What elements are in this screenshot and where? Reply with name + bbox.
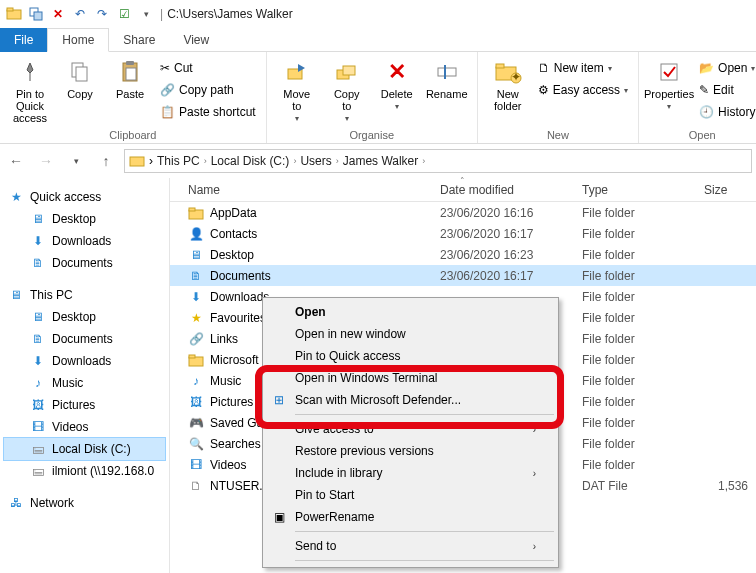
file-icon: 🗎 <box>188 268 204 284</box>
file-type: File folder <box>574 290 696 304</box>
col-size[interactable]: Size <box>696 183 756 197</box>
col-date[interactable]: Date modified <box>432 183 574 197</box>
nav-pc-desktop[interactable]: 🖥Desktop <box>4 306 165 328</box>
paste-shortcut-button[interactable]: 📋Paste shortcut <box>156 102 260 122</box>
ctx-open[interactable]: Open <box>265 301 556 323</box>
cut-button[interactable]: ✂Cut <box>156 58 260 78</box>
breadcrumb[interactable]: › This PC› Local Disk (C:)› Users› James… <box>124 149 752 173</box>
copy-to-button[interactable]: Copy to▾ <box>323 54 371 129</box>
chevron-right-icon: › <box>533 424 536 435</box>
pin-icon <box>14 58 46 86</box>
ctx-scan-defender[interactable]: ⊞Scan with Microsoft Defender... <box>265 389 556 411</box>
qat-dropdown-icon[interactable]: ▾ <box>136 4 156 24</box>
qat-folder-icon[interactable] <box>4 4 24 24</box>
file-date: 23/06/2020 16:16 <box>432 206 574 220</box>
nav-this-pc[interactable]: 🖥This PC <box>4 284 165 306</box>
ctx-send-to[interactable]: Send to› <box>265 535 556 557</box>
pin-quick-access-button[interactable]: Pin to Quick access <box>6 54 54 129</box>
crumb-local-disk[interactable]: Local Disk (C:)› <box>211 154 297 168</box>
properties-button[interactable]: Properties▾ <box>645 54 693 129</box>
new-folder-icon: ✦ <box>492 58 524 86</box>
file-date: 23/06/2020 16:17 <box>432 269 574 283</box>
table-row[interactable]: 🖥Desktop23/06/2020 16:23File folder <box>170 244 756 265</box>
tab-home[interactable]: Home <box>47 28 109 52</box>
nav-pc-videos[interactable]: 🎞Videos <box>4 416 165 438</box>
chevron-right-icon[interactable]: › <box>149 154 153 168</box>
group-organise-label: Organise <box>273 129 471 143</box>
qat-select-icon[interactable] <box>26 4 46 24</box>
file-icon: 🖼 <box>188 394 204 410</box>
drive-icon: 🖴 <box>30 441 46 457</box>
qat-delete-icon[interactable]: ✕ <box>48 4 68 24</box>
nav-pc-netdrive[interactable]: 🖴ilmiont (\\192.168.0 <box>4 460 165 482</box>
nav-pc-local-disk[interactable]: 🖴Local Disk (C:) <box>4 438 165 460</box>
ctx-restore-versions[interactable]: Restore previous versions <box>265 440 556 462</box>
table-row[interactable]: 🗎Documents23/06/2020 16:17File folder <box>170 265 756 286</box>
tab-view[interactable]: View <box>169 28 223 52</box>
ctx-pin-quick-access[interactable]: Pin to Quick access <box>265 345 556 367</box>
ctx-give-access[interactable]: Give access to› <box>265 418 556 440</box>
crumb-user[interactable]: James Walker› <box>343 154 426 168</box>
file-name: Contacts <box>210 227 257 241</box>
ctx-open-windows-terminal[interactable]: Open in Windows Terminal <box>265 367 556 389</box>
crumb-users[interactable]: Users› <box>300 154 338 168</box>
sort-indicator-icon: ˄ <box>460 176 465 186</box>
file-type: DAT File <box>574 479 696 493</box>
table-row[interactable]: 👤Contacts23/06/2020 16:17File folder <box>170 223 756 244</box>
nav-pc-pictures[interactable]: 🖼Pictures <box>4 394 165 416</box>
easy-access-button[interactable]: ⚙Easy access ▾ <box>534 80 632 100</box>
new-folder-button[interactable]: ✦ New folder <box>484 54 532 129</box>
svg-rect-7 <box>126 61 134 65</box>
open-icon: 📂 <box>699 61 714 75</box>
paste-button[interactable]: Paste <box>106 54 154 129</box>
recent-dropdown[interactable]: ▾ <box>64 149 88 173</box>
open-button[interactable]: 📂Open ▾ <box>695 58 756 78</box>
file-date: 23/06/2020 16:23 <box>432 248 574 262</box>
powerrename-icon: ▣ <box>271 510 287 524</box>
file-name: Videos <box>210 458 246 472</box>
nav-quick-access[interactable]: ★Quick access <box>4 186 165 208</box>
nav-qa-downloads[interactable]: ⬇Downloads <box>4 230 165 252</box>
move-to-button[interactable]: Move to▾ <box>273 54 321 129</box>
file-name: Pictures <box>210 395 253 409</box>
file-name: Downloads <box>210 290 269 304</box>
svg-rect-12 <box>438 68 456 76</box>
file-icon: 🎞 <box>188 457 204 473</box>
col-type[interactable]: Type <box>574 183 696 197</box>
col-name[interactable]: Name <box>170 183 432 197</box>
edit-button[interactable]: ✎Edit <box>695 80 756 100</box>
nav-pc-documents[interactable]: 🗎Documents <box>4 328 165 350</box>
group-new-label: New <box>484 129 632 143</box>
history-button[interactable]: 🕘History <box>695 102 756 122</box>
svg-text:✦: ✦ <box>511 70 521 84</box>
nav-pc-downloads[interactable]: ⬇Downloads <box>4 350 165 372</box>
delete-button[interactable]: ✕ Delete▾ <box>373 54 421 129</box>
qat-properties-icon[interactable]: ☑ <box>114 4 134 24</box>
ctx-open-new-window[interactable]: Open in new window <box>265 323 556 345</box>
copy-button[interactable]: Copy <box>56 54 104 129</box>
nav-pc-music[interactable]: ♪Music <box>4 372 165 394</box>
up-button[interactable]: ↑ <box>94 149 118 173</box>
download-icon: ⬇ <box>30 233 46 249</box>
ctx-pin-start[interactable]: Pin to Start <box>265 484 556 506</box>
tab-file[interactable]: File <box>0 28 47 52</box>
tab-share[interactable]: Share <box>109 28 169 52</box>
table-row[interactable]: AppData23/06/2020 16:16File folder <box>170 202 756 223</box>
ctx-powerrename[interactable]: ▣PowerRename <box>265 506 556 528</box>
nav-network[interactable]: 🖧Network <box>4 492 165 514</box>
qat-redo-icon[interactable]: ↷ <box>92 4 112 24</box>
easy-access-icon: ⚙ <box>538 83 549 97</box>
file-icon: 🎮 <box>188 415 204 431</box>
ctx-include-library[interactable]: Include in library› <box>265 462 556 484</box>
nav-qa-desktop[interactable]: 🖥Desktop <box>4 208 165 230</box>
file-name: Desktop <box>210 248 254 262</box>
shield-icon: ⊞ <box>271 393 287 407</box>
qat-undo-icon[interactable]: ↶ <box>70 4 90 24</box>
new-item-button[interactable]: 🗋New item ▾ <box>534 58 632 78</box>
forward-button[interactable]: → <box>34 149 58 173</box>
rename-button[interactable]: Rename <box>423 54 471 129</box>
copy-path-button[interactable]: 🔗Copy path <box>156 80 260 100</box>
crumb-this-pc[interactable]: This PC› <box>157 154 207 168</box>
nav-qa-documents[interactable]: 🗎Documents <box>4 252 165 274</box>
back-button[interactable]: ← <box>4 149 28 173</box>
